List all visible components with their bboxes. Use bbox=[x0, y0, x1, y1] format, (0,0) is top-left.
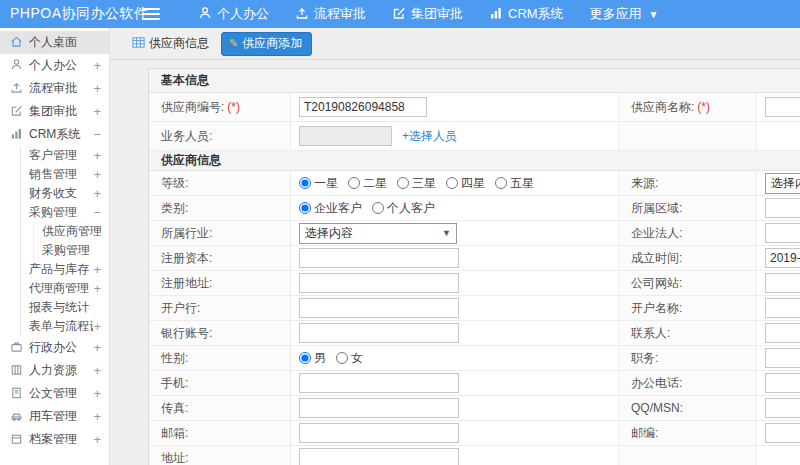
nav-label: CRM系统 bbox=[508, 5, 564, 23]
expand-icon[interactable]: + bbox=[93, 432, 101, 447]
nav-crm-system[interactable]: CRM系统 bbox=[489, 5, 564, 23]
caret-down-icon: ▼ bbox=[649, 9, 659, 20]
legal-person-input[interactable] bbox=[765, 223, 800, 243]
sidebar-item-archive-mgmt[interactable]: 档案管理 + bbox=[0, 428, 109, 451]
sidebar-item-document-mgmt[interactable]: 公文管理 + bbox=[0, 382, 109, 405]
bank-input[interactable] bbox=[299, 298, 459, 318]
gender-radio-group: 男 女 bbox=[299, 350, 363, 367]
sidebar-item-vehicle-mgmt[interactable]: 用车管理 + bbox=[0, 405, 109, 428]
expand-icon[interactable]: + bbox=[93, 104, 101, 119]
supplier-code-input[interactable] bbox=[299, 97, 427, 117]
menu-toggle-icon[interactable] bbox=[142, 8, 160, 20]
collapse-icon[interactable]: − bbox=[93, 205, 101, 220]
radio-option[interactable]: 男 bbox=[299, 350, 326, 367]
industry-select[interactable]: 选择内容▼ bbox=[299, 223, 457, 244]
contact-person-input[interactable] bbox=[765, 323, 800, 343]
radio-option[interactable]: 个人客户 bbox=[372, 200, 435, 217]
radio-option[interactable]: 二星 bbox=[348, 175, 387, 192]
mobile-input[interactable] bbox=[299, 373, 459, 393]
sidebar-item-personal-desktop[interactable]: 个人桌面 bbox=[0, 31, 109, 54]
required-marker: (*) bbox=[227, 100, 240, 114]
sidebar-item-form-workflow-settings[interactable]: 表单与流程设置+ bbox=[21, 317, 109, 336]
sidebar-item-crm-system[interactable]: CRM系统 − bbox=[0, 123, 109, 146]
sidebar-item-admin-office[interactable]: 行政办公 + bbox=[0, 336, 109, 359]
business-person-input bbox=[299, 126, 392, 146]
radio-option[interactable]: 四星 bbox=[446, 175, 485, 192]
expand-icon[interactable]: + bbox=[93, 386, 101, 401]
field-label: 注册地址: bbox=[149, 271, 291, 295]
form-row: 手机: 办公电话: bbox=[149, 371, 800, 396]
expand-icon[interactable]: + bbox=[93, 319, 101, 334]
field-label: 办公电话: bbox=[619, 371, 757, 395]
registered-capital-input[interactable] bbox=[299, 248, 459, 268]
empty-cell bbox=[619, 446, 757, 465]
form-row: 地址: bbox=[149, 446, 800, 465]
sidebar: 个人桌面 个人办公 + 流程审批 + 集团审批 + CRM系统 − bbox=[0, 28, 110, 465]
sidebar-item-product-inventory[interactable]: 产品与库存+ bbox=[21, 260, 109, 279]
field-label: 所属行业: bbox=[149, 221, 291, 245]
expand-icon[interactable]: + bbox=[93, 363, 101, 378]
field-label: 公司网站: bbox=[619, 271, 757, 295]
upload-icon bbox=[10, 81, 29, 97]
radio-option[interactable]: 五星 bbox=[495, 175, 534, 192]
empty-cell bbox=[757, 446, 800, 465]
job-title-input[interactable] bbox=[765, 348, 800, 368]
sidebar-item-supplier-mgmt[interactable]: 供应商管理 bbox=[34, 222, 109, 241]
expand-icon[interactable]: + bbox=[93, 81, 101, 96]
founded-date-input[interactable] bbox=[765, 248, 800, 268]
nav-personal-office[interactable]: 个人办公 bbox=[198, 5, 269, 23]
radio-option[interactable]: 企业客户 bbox=[299, 200, 362, 217]
qq-msn-input[interactable] bbox=[765, 398, 800, 418]
expand-icon[interactable]: + bbox=[93, 148, 101, 163]
sidebar-item-personal-office[interactable]: 个人办公 + bbox=[0, 54, 109, 77]
postcode-input[interactable] bbox=[765, 423, 800, 443]
nav-workflow-approval[interactable]: 流程审批 bbox=[295, 5, 366, 23]
region-input[interactable] bbox=[765, 198, 800, 218]
expand-icon[interactable]: + bbox=[93, 340, 101, 355]
expand-icon[interactable]: + bbox=[93, 58, 101, 73]
account-name-input[interactable] bbox=[765, 298, 800, 318]
collapse-icon[interactable]: − bbox=[93, 127, 101, 142]
email-input[interactable] bbox=[299, 423, 459, 443]
field-label: 企业法人: bbox=[619, 221, 757, 245]
sidebar-item-workflow-approval[interactable]: 流程审批 + bbox=[0, 77, 109, 100]
expand-icon[interactable]: + bbox=[93, 409, 101, 424]
sidebar-item-human-resources[interactable]: 人力资源 + bbox=[0, 359, 109, 382]
sidebar-item-sales-mgmt[interactable]: 销售管理+ bbox=[21, 165, 109, 184]
form-row: 供应商编号:(*) 供应商名称:(*) bbox=[149, 93, 800, 122]
expand-icon[interactable]: + bbox=[93, 262, 101, 277]
expand-icon[interactable]: + bbox=[93, 186, 101, 201]
sidebar-item-group-approval[interactable]: 集团审批 + bbox=[0, 100, 109, 123]
tab-bar: 供应商信息 ✎ 供应商添加 bbox=[110, 28, 800, 60]
bank-account-input[interactable] bbox=[299, 323, 459, 343]
select-person-link[interactable]: +选择人员 bbox=[402, 128, 457, 145]
fax-input[interactable] bbox=[299, 398, 459, 418]
car-icon bbox=[10, 409, 29, 425]
purchase-submenu: 供应商管理 采购管理 bbox=[33, 222, 109, 260]
sidebar-item-reports-stats[interactable]: 报表与统计 bbox=[21, 298, 109, 317]
sidebar-item-finance[interactable]: 财务收支+ bbox=[21, 184, 109, 203]
address-input[interactable] bbox=[299, 448, 459, 465]
registered-address-input[interactable] bbox=[299, 273, 459, 293]
tab-supplier-info[interactable]: 供应商信息 bbox=[132, 35, 209, 52]
expand-icon[interactable]: + bbox=[93, 281, 101, 296]
radio-option[interactable]: 女 bbox=[336, 350, 363, 367]
app-logo: PHPOA协同办公软件 bbox=[0, 5, 128, 23]
sidebar-item-customer-mgmt[interactable]: 客户管理+ bbox=[21, 146, 109, 165]
chevron-down-icon: ▼ bbox=[442, 228, 451, 238]
sidebar-item-purchase-mgmt[interactable]: 采购管理− bbox=[21, 203, 109, 222]
radio-option[interactable]: 一星 bbox=[299, 175, 338, 192]
home-icon bbox=[10, 35, 29, 51]
nav-more-apps[interactable]: 更多应用 ▼ bbox=[590, 5, 659, 23]
expand-icon[interactable]: + bbox=[93, 167, 101, 182]
source-select[interactable]: 选择内容▼ bbox=[765, 173, 800, 194]
nav-group-approval[interactable]: 集团审批 bbox=[392, 5, 463, 23]
sidebar-item-purchasing[interactable]: 采购管理 bbox=[34, 241, 109, 260]
office-phone-input[interactable] bbox=[765, 373, 800, 393]
sidebar-item-agent-mgmt[interactable]: 代理商管理+ bbox=[21, 279, 109, 298]
supplier-name-input[interactable] bbox=[765, 97, 800, 117]
tab-supplier-add[interactable]: ✎ 供应商添加 bbox=[221, 32, 312, 56]
form-row: 注册资本: 成立时间: bbox=[149, 246, 800, 271]
radio-option[interactable]: 三星 bbox=[397, 175, 436, 192]
website-input[interactable] bbox=[765, 273, 800, 293]
